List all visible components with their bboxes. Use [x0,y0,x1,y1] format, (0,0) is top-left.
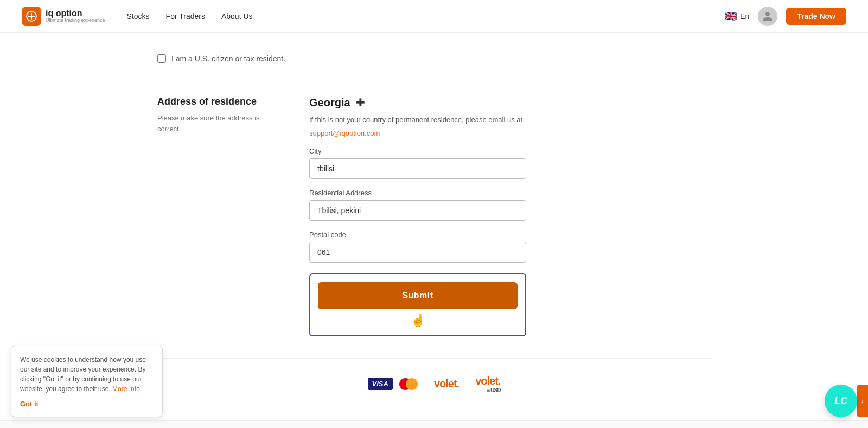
postal-label: Postal code [309,231,526,239]
brand-tagline: Ultimate trading experience [46,18,105,23]
logo-icon [22,7,41,26]
nav-for-traders[interactable]: For Traders [166,12,205,21]
header: iq option Ultimate trading experience St… [0,0,868,33]
section-description: Please make sure the address is correct. [157,113,266,134]
desc-line1: Please make sure the address is [157,114,260,122]
language-selector[interactable]: 🇬🇧 En [725,10,749,22]
lang-label: En [740,12,749,21]
us-citizen-label: I am a U.S. citizen or tax resident. [171,54,285,63]
nav-stocks[interactable]: Stocks [127,12,150,21]
support-email-link[interactable]: support@iqoption.com [309,129,380,137]
header-right: 🇬🇧 En Trade Now [725,7,846,26]
chat-arrow[interactable]: › [857,385,868,417]
country-name: Georgia [309,97,350,109]
address-section: Address of residence Please make sure th… [157,96,711,336]
cookie-got-it-button[interactable]: Got it [20,400,39,408]
section-title: Address of residence [157,96,266,107]
footer: Home Scroll to Top ∧ Terms & Conditions … [0,420,868,429]
cookie-more-info-link[interactable]: More Info [112,385,140,393]
logo-text: iq option Ultimate trading experience [46,9,105,23]
us-citizen-row: I am a U.S. citizen or tax resident. [157,43,711,74]
residential-group: Residential Address [309,189,526,221]
volet-logo-2: volet. ≡ USD [475,375,500,393]
flag-icon: 🇬🇧 [725,10,737,22]
country-info: If this is not your country of permanent… [309,114,526,125]
postal-input[interactable] [309,242,526,263]
country-row: Georgia ✚ [309,96,526,109]
country-flag-icon: ✚ [356,96,365,109]
nav-about-us[interactable]: About Us [221,12,253,21]
city-label: City [309,147,526,155]
cookie-banner: We use cookies to understand how you use… [11,346,163,417]
logo[interactable]: iq option Ultimate trading experience [22,7,105,26]
us-citizen-checkbox[interactable] [157,54,166,63]
volet-logo-1: volet. [434,378,459,390]
payment-section: VISA volet. volet. ≡ USD [157,358,711,410]
main-content: I am a U.S. citizen or tax resident. Add… [136,33,732,420]
visa-logo: VISA [368,378,393,390]
residential-input[interactable] [309,200,526,221]
payment-logos: VISA [368,378,418,390]
mastercard-logo [399,378,418,390]
city-input[interactable] [309,158,526,179]
cursor-indicator: ☝ [318,314,518,328]
trade-now-button[interactable]: Trade Now [786,8,846,25]
postal-group: Postal code [309,231,526,263]
mc-right-circle [406,378,418,390]
city-group: City [309,147,526,179]
main-nav: Stocks For Traders About Us [127,12,725,21]
residential-label: Residential Address [309,189,526,197]
cookie-text: We use cookies to understand how you use… [20,355,154,394]
address-right: Georgia ✚ If this is not your country of… [309,96,526,336]
user-avatar[interactable] [758,7,777,26]
brand-name: iq option [46,9,105,18]
chat-widget[interactable]: LC [825,385,857,417]
submit-area: Submit ☝ [309,273,526,336]
submit-button[interactable]: Submit [318,282,518,309]
address-left: Address of residence Please make sure th… [157,96,266,134]
desc-line2: correct. [157,125,181,133]
chat-label: LC [834,395,847,407]
